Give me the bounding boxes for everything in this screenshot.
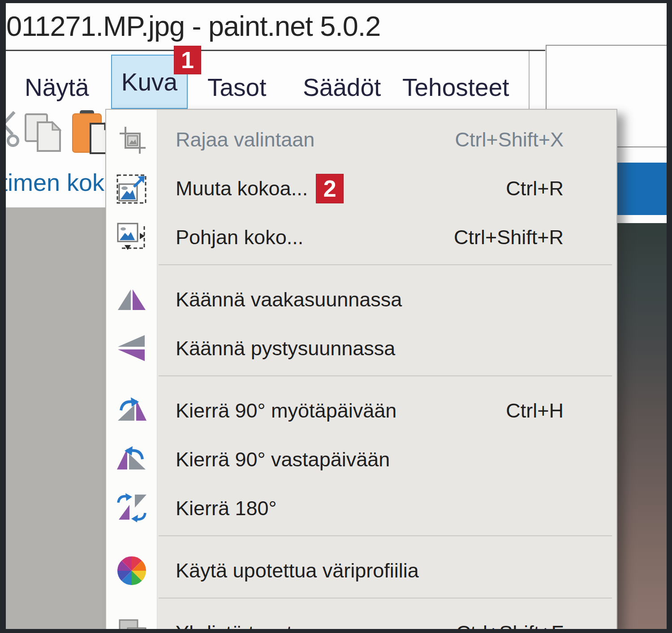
rotate-clockwise-icon (106, 395, 157, 426)
side-panel-left-border (546, 45, 547, 109)
menu-item-kaanna-pystysuunnassa[interactable]: Käännä pystysuunnassa (106, 324, 616, 373)
screenshot-frame-bottom (0, 629, 672, 633)
crop-icon (106, 124, 157, 155)
rotate-counterclockwise-icon (106, 444, 157, 475)
photo-window-blue-bar (617, 163, 667, 215)
menubar-item-nayta[interactable]: Näytä (21, 65, 93, 109)
menu-item-label: Muuta kokoa... (176, 177, 308, 200)
menu-item-shortcut: Ctrl+Shift+R (454, 226, 616, 249)
menu-separator (159, 598, 612, 599)
menu-item-shortcut: Ctrl+Shift+X (455, 128, 616, 151)
menu-item-label: Kierrä 180° (176, 497, 277, 520)
menu-separator (159, 264, 612, 265)
titlebar-divider (6, 50, 545, 51)
window-edge-line (529, 51, 530, 109)
menu-item-label: Käännä pystysuunnassa (176, 337, 395, 360)
photo-window-divider (617, 146, 667, 147)
flip-horizontal-icon (106, 284, 157, 315)
screenshot-frame-left (0, 0, 6, 633)
canvas-size-icon (106, 222, 157, 253)
menu-separator (159, 375, 612, 376)
menu-item-shortcut: Ctrl+R (506, 177, 616, 200)
menu-item-label: Pohjan koko... (176, 226, 303, 249)
window-title: 011271.MP.jpg - paint.net 5.0.2 (6, 10, 380, 42)
screenshot-frame-right (667, 0, 672, 633)
kuva-dropdown-menu: Rajaa valintaan Ctrl+Shift+X Muuta kokoa… (105, 109, 617, 630)
menu-item-label: Rajaa valintaan (176, 128, 314, 151)
annotation-badge-2: 2 (316, 174, 344, 203)
menu-item-label: Käännä vaakasuunnassa (176, 288, 402, 311)
menu-item-kaanna-vaakasuunnassa[interactable]: Käännä vaakasuunnassa (106, 275, 616, 324)
resize-icon (106, 173, 157, 204)
menu-item-kayta-upotettua-variprofiilia[interactable]: Käytä upotettua väriprofiilia (106, 546, 616, 595)
rotate-180-icon (106, 493, 157, 524)
screenshot-root: 011271.MP.jpg - paint.net 5.0.2 Näytä Ku… (0, 0, 672, 633)
photo-edge (617, 223, 667, 629)
menu-item-muuta-kokoa[interactable]: Muuta kokoa... 2 Ctrl+R (106, 164, 616, 213)
menu-item-label: Käytä upotettua väriprofiilia (176, 559, 419, 582)
menu-item-pohjan-koko[interactable]: Pohjan koko... Ctrl+Shift+R (106, 213, 616, 262)
menu-item-kierra-90-vastapaivaan[interactable]: Kierrä 90° vastapäivään (106, 435, 616, 484)
menu-item-shortcut: Ctrl+H (506, 399, 616, 422)
menubar-item-tasot[interactable]: Tasot (204, 65, 270, 109)
menu-item-kierra-90-myotapaivaan[interactable]: Kierrä 90° myötäpäivään Ctrl+H (106, 386, 616, 435)
screenshot-frame-top (0, 0, 672, 3)
annotation-badge-1: 1 (174, 46, 201, 74)
menubar-item-saadot[interactable]: Säädöt (299, 65, 384, 109)
menu-item-label: Kierrä 90° myötäpäivään (176, 399, 396, 422)
zoom-dropdown-fragment[interactable]: timen kok (1, 168, 104, 196)
merge-layers-icon (106, 617, 157, 630)
menu-separator (159, 535, 612, 536)
menubar-item-tehosteet[interactable]: Tehosteet (399, 65, 513, 109)
flip-vertical-icon (106, 333, 157, 364)
menu-item-label: Kierrä 90° vastapäivään (176, 448, 390, 471)
side-panel-top-border (546, 45, 667, 46)
color-wheel-icon (106, 555, 157, 586)
copy-icon[interactable] (24, 113, 65, 155)
menu-item-kierra-180[interactable]: Kierrä 180° (106, 484, 616, 533)
menu-item-rajaa-valintaan: Rajaa valintaan Ctrl+Shift+X (106, 115, 616, 164)
menu-item-yhdista-tasot[interactable]: Yhdistä tasot Ctrl+Shift+F (106, 608, 616, 630)
